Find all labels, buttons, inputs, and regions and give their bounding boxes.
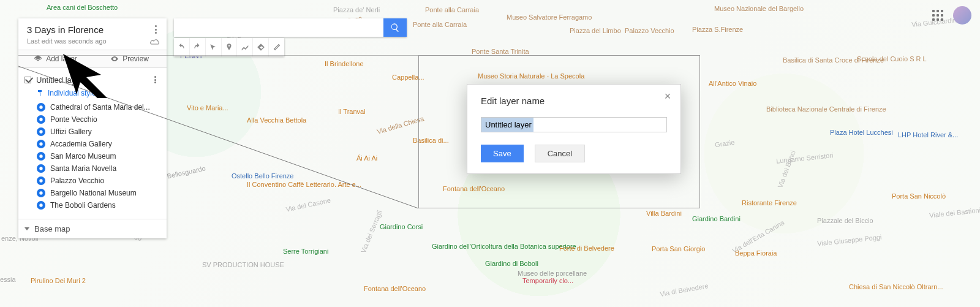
preview-button[interactable]: Preview	[92, 50, 167, 67]
place-label: Accademia Gallery	[50, 140, 112, 148]
edit-layer-dialog: × Edit layer name Save Cancel	[467, 84, 681, 174]
place-label: Ponte Vecchio	[50, 115, 97, 124]
place-pin-icon	[37, 152, 45, 161]
place-label: The Boboli Gardens	[50, 201, 116, 210]
place-item[interactable]: Accademia Gallery	[22, 138, 163, 150]
svg-point-1	[39, 118, 42, 121]
layers-icon	[34, 55, 42, 63]
add-marker-button[interactable]	[222, 38, 238, 56]
svg-point-5	[39, 167, 42, 170]
place-item[interactable]: The Boboli Gardens	[22, 199, 163, 211]
add-layer-label: Add layer	[46, 55, 77, 63]
place-label: Santa Maria Novella	[50, 164, 116, 173]
svg-point-4	[39, 154, 42, 157]
preview-label: Preview	[123, 55, 149, 63]
select-tool-button[interactable]	[206, 38, 222, 56]
paint-roller-icon	[37, 89, 44, 97]
place-item[interactable]: Cathedral of Santa Maria del...	[22, 101, 163, 113]
place-label: Bargello National Museum	[50, 189, 137, 197]
svg-point-8	[39, 203, 42, 207]
place-pin-icon	[37, 189, 45, 197]
place-item[interactable]: Palazzo Vecchio	[22, 175, 163, 187]
layer: Untitled layer Individual styles Cathedr…	[18, 68, 167, 219]
styles-link-label: Individual styles	[48, 89, 100, 97]
place-pin-icon	[37, 164, 45, 173]
search-button[interactable]	[383, 18, 407, 37]
place-pin-icon	[37, 127, 45, 136]
place-pin-icon	[37, 140, 45, 148]
redo-button[interactable]	[190, 38, 206, 56]
dialog-title: Edit layer name	[481, 96, 667, 106]
cancel-button[interactable]: Cancel	[535, 145, 585, 162]
place-item[interactable]: San Marco Museum	[22, 150, 163, 162]
place-pin-icon	[37, 103, 45, 112]
svg-point-3	[39, 142, 42, 145]
drawing-toolbar	[174, 38, 284, 56]
cloud-saved-icon	[149, 39, 160, 46]
place-item[interactable]: Uffizi Gallery	[22, 126, 163, 138]
last-edit-text: Last edit was seconds ago	[27, 37, 158, 45]
map-editor-panel: 3 Days in Florence Last edit was seconds…	[18, 18, 167, 238]
draw-line-button[interactable]	[237, 38, 253, 56]
add-layer-button[interactable]: Add layer	[18, 50, 92, 67]
place-pin-icon	[37, 115, 45, 124]
caret-down-icon	[24, 227, 29, 230]
individual-styles-button[interactable]: Individual styles	[18, 87, 167, 101]
basemap-toggle[interactable]: Base map	[18, 219, 167, 238]
place-label: Uffizi Gallery	[50, 127, 92, 136]
basemap-label: Base map	[34, 224, 70, 233]
layer-name-input[interactable]	[481, 117, 667, 132]
directions-button[interactable]	[253, 38, 269, 56]
search-bar	[174, 18, 407, 37]
save-button[interactable]: Save	[481, 145, 524, 162]
place-label: Cathedral of Santa Maria del...	[50, 103, 150, 112]
search-input[interactable]	[174, 18, 383, 37]
place-item[interactable]: Santa Maria Novella	[22, 162, 163, 175]
map-menu-button[interactable]	[151, 25, 160, 34]
layer-name[interactable]: Untitled layer	[36, 75, 83, 85]
place-pin-icon	[37, 201, 45, 210]
layer-menu-button[interactable]	[151, 75, 159, 84]
svg-point-2	[39, 130, 42, 133]
place-item[interactable]: Ponte Vecchio	[22, 113, 163, 126]
place-label: San Marco Museum	[50, 152, 116, 161]
map-title[interactable]: 3 Days in Florence	[27, 25, 158, 35]
place-pin-icon	[37, 176, 45, 185]
dialog-close-button[interactable]: ×	[662, 91, 673, 102]
eye-icon	[110, 55, 119, 63]
google-apps-icon[interactable]	[932, 10, 943, 21]
svg-point-7	[39, 191, 42, 194]
place-label: Palazzo Vecchio	[50, 176, 104, 185]
measure-button[interactable]	[269, 38, 284, 56]
layer-visibility-checkbox[interactable]	[24, 77, 31, 83]
account-avatar[interactable]	[953, 6, 971, 25]
place-item[interactable]: Bargello National Museum	[22, 187, 163, 199]
undo-button[interactable]	[174, 38, 190, 56]
svg-point-6	[39, 179, 42, 182]
svg-point-0	[39, 105, 42, 108]
